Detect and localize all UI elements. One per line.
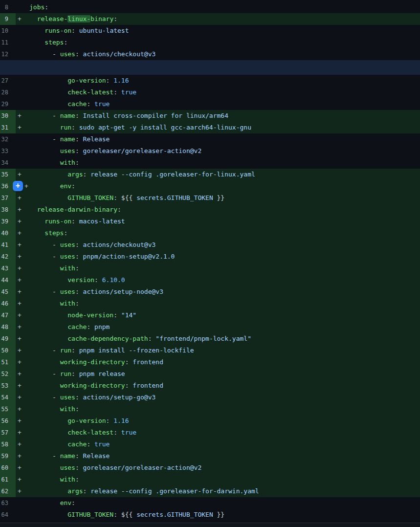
code-token: true: [121, 429, 136, 436]
line-number[interactable]: 9: [0, 13, 16, 25]
line-number[interactable]: 32: [0, 133, 16, 145]
code-token: working-directory: [60, 382, 125, 389]
line-number[interactable]: 30: [0, 110, 16, 122]
line-number[interactable]: 45: [0, 286, 16, 298]
code-token: 6.10.0: [102, 276, 125, 284]
code-token: :: [125, 382, 133, 389]
line-number[interactable]: 38: [0, 204, 16, 216]
code-token: release-darwin-binary: [37, 206, 117, 213]
line-number[interactable]: 35: [0, 169, 16, 180]
line-number[interactable]: 34: [0, 157, 16, 169]
line-number[interactable]: 11: [0, 37, 16, 48]
code-token: -: [29, 253, 60, 260]
code-token: [29, 159, 60, 166]
line-number[interactable]: 37: [0, 192, 16, 204]
code-token: run: [60, 347, 71, 354]
diff-line: 53+ working-directory: frontend: [0, 380, 420, 392]
diff-marker: +: [18, 192, 22, 204]
diff-marker: +: [18, 274, 22, 286]
code-token: :: [94, 276, 102, 284]
code-token: [29, 229, 44, 237]
diff-marker: +: [18, 298, 22, 309]
line-number[interactable]: 48: [0, 321, 16, 333]
code-token: [29, 182, 60, 190]
diff-line: 33 uses: goreleaser/goreleaser-action@v2: [0, 145, 420, 157]
line-number[interactable]: 55: [0, 403, 16, 415]
line-number[interactable]: 63: [0, 497, 16, 509]
line-number[interactable]: 8: [0, 1, 16, 13]
code-token: cache: [67, 100, 87, 108]
diff-line: 12 - uses: actions/checkout@v3: [0, 48, 420, 60]
code-token: }}: [213, 511, 224, 518]
line-number[interactable]: 53: [0, 380, 16, 392]
line-number[interactable]: 49: [0, 333, 16, 345]
line-number[interactable]: 41: [0, 239, 16, 251]
line-number[interactable]: 62: [0, 485, 16, 497]
diff-marker: +: [18, 345, 22, 356]
code-token: :: [71, 370, 79, 377]
line-number[interactable]: 39: [0, 216, 16, 227]
code-token: with: [60, 476, 75, 483]
code-token: true: [121, 88, 136, 96]
line-number[interactable]: 28: [0, 87, 16, 98]
code-token: uses: [60, 50, 75, 58]
line-number[interactable]: 59: [0, 450, 16, 462]
line-number[interactable]: 40: [0, 227, 16, 239]
line-number[interactable]: 50: [0, 345, 16, 356]
code-token: [29, 382, 60, 389]
line-number[interactable]: 29: [0, 98, 16, 110]
expand-hidden-lines-row[interactable]: [0, 60, 420, 75]
code-token: :: [71, 347, 79, 354]
line-number[interactable]: 47: [0, 309, 16, 321]
diff-line: 32 - name: Release: [0, 133, 420, 145]
add-line-comment-button[interactable]: +: [13, 181, 23, 191]
line-number[interactable]: 61: [0, 474, 16, 485]
code-line: node-version: "14": [29, 309, 136, 321]
line-number[interactable]: 44: [0, 274, 16, 286]
code-line: steps:: [29, 37, 67, 48]
code-line: - uses: pnpm/action-setup@v2.1.0: [29, 251, 175, 263]
line-number[interactable]: 64: [0, 509, 16, 521]
line-body: + node-version: "14": [16, 309, 420, 321]
code-token: :: [75, 135, 83, 143]
code-token: name: [60, 112, 75, 119]
line-number[interactable]: 10: [0, 25, 16, 37]
code-token: ${{: [121, 194, 136, 201]
code-line: runs-on: ubuntu-latest: [29, 25, 129, 37]
line-number[interactable]: 31: [0, 122, 16, 133]
code-token: cache: [67, 440, 87, 448]
line-body: + release-linux-binary:: [16, 13, 420, 25]
line-number[interactable]: 43: [0, 263, 16, 274]
line-number[interactable]: 57: [0, 427, 16, 439]
diff-marker: [18, 509, 22, 521]
code-token: :: [148, 335, 156, 342]
code-token: :: [64, 39, 67, 46]
code-token: pnpm install --frozen-lockfile: [79, 347, 194, 354]
diff-line: 60+ uses: goreleaser/goreleaser-action@v…: [0, 462, 420, 474]
code-token: actions/checkout@v3: [83, 50, 156, 58]
line-number[interactable]: 27: [0, 75, 16, 87]
code-token: env: [60, 499, 71, 506]
line-number[interactable]: 58: [0, 439, 16, 450]
line-body: + env:: [16, 180, 420, 192]
line-number[interactable]: 56: [0, 415, 16, 427]
line-number[interactable]: 52: [0, 368, 16, 380]
diff-marker: +: [18, 122, 22, 133]
code-line: go-version: 1.16: [29, 415, 129, 427]
code-token: jobs: [29, 3, 44, 11]
code-token: run: [60, 370, 71, 377]
line-number[interactable]: 54: [0, 392, 16, 403]
code-token: 1.16: [113, 77, 129, 84]
code-line: release-darwin-binary:: [29, 204, 121, 216]
diff-marker: [18, 133, 22, 145]
line-number[interactable]: 46: [0, 298, 16, 309]
diff-line: 39+ runs-on: macos-latest: [0, 216, 420, 227]
line-number[interactable]: 33: [0, 145, 16, 157]
line-number[interactable]: 12: [0, 48, 16, 60]
diff-marker: [18, 48, 22, 60]
line-number[interactable]: 51: [0, 356, 16, 368]
line-number[interactable]: 42: [0, 251, 16, 263]
line-number[interactable]: 60: [0, 462, 16, 474]
code-token: runs-on: [44, 218, 71, 225]
diff-rows: 8jobs:9+ release-linux-binary:10 runs-on…: [0, 1, 420, 521]
